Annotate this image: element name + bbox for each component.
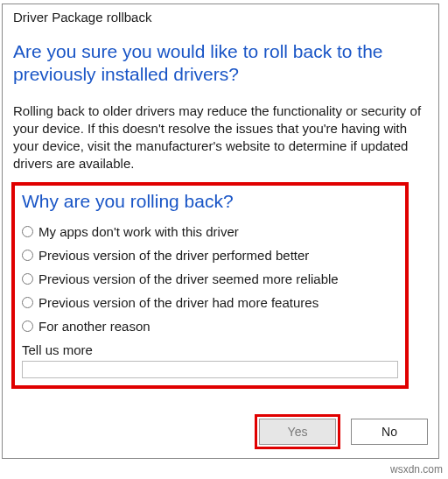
yes-button-highlight: Yes: [255, 414, 340, 449]
tell-us-more-label: Tell us more: [22, 342, 398, 357]
reason-option-label: My apps don't work with this driver: [38, 224, 239, 239]
reason-option-apps-dont-work[interactable]: My apps don't work with this driver: [22, 224, 398, 239]
reason-radio[interactable]: [22, 321, 33, 332]
rollback-reason-section: Why are you rolling back? My apps don't …: [11, 182, 409, 389]
reason-option-another-reason[interactable]: For another reason: [22, 319, 398, 334]
reason-radio[interactable]: [22, 250, 33, 261]
reason-option-performed-better[interactable]: Previous version of the driver performed…: [22, 248, 398, 263]
tell-us-more-input[interactable]: [22, 361, 398, 378]
dialog-button-row: Yes No: [255, 414, 428, 449]
reason-radio[interactable]: [22, 226, 33, 237]
no-button[interactable]: No: [351, 419, 428, 445]
reason-option-label: For another reason: [38, 319, 150, 334]
dialog-title: Driver Package rollback: [13, 10, 430, 25]
driver-rollback-dialog: Driver Package rollback Are you sure you…: [2, 4, 439, 459]
confirmation-question: Are you sure you would like to roll back…: [13, 40, 430, 87]
reason-option-label: Previous version of the driver performed…: [38, 248, 309, 263]
watermark-text: wsxdn.com: [390, 463, 443, 475]
reason-radio[interactable]: [22, 297, 33, 308]
warning-text: Rolling back to older drivers may reduce…: [13, 102, 428, 173]
reason-radio[interactable]: [22, 273, 33, 285]
reason-title: Why are you rolling back?: [22, 191, 398, 212]
reason-option-label: Previous version of the driver had more …: [38, 295, 318, 310]
reason-option-more-features[interactable]: Previous version of the driver had more …: [22, 295, 398, 310]
reason-option-label: Previous version of the driver seemed mo…: [38, 271, 339, 286]
yes-button[interactable]: Yes: [259, 419, 336, 445]
reason-option-more-reliable[interactable]: Previous version of the driver seemed mo…: [22, 271, 398, 286]
